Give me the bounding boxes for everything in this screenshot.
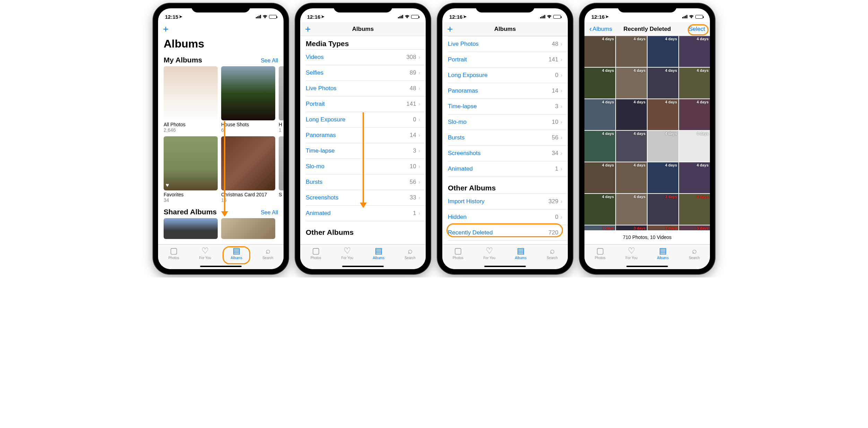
album-thumbnail[interactable] (164, 218, 218, 239)
list-row[interactable]: Slo-mo10› (448, 114, 568, 130)
list-row[interactable]: Animated1› (306, 206, 426, 221)
row-label: Slo-mo (306, 163, 324, 170)
photo-cell[interactable]: 4 days (648, 162, 678, 193)
list-row[interactable]: Live Photos48› (448, 36, 568, 52)
photo-cell[interactable]: 4 days (648, 68, 678, 99)
album-all-photos[interactable]: All Photos 2,646 (164, 66, 218, 133)
see-all-link[interactable]: See All (261, 58, 278, 64)
album-favorites[interactable]: ♥ Favorites 34 (164, 136, 218, 203)
list-row[interactable]: Live Photos48› (306, 81, 426, 96)
photo-cell[interactable]: 4 days (616, 194, 647, 225)
row-count: 34 (552, 150, 558, 157)
photo-cell[interactable]: 4 days (616, 162, 647, 193)
list-row[interactable]: Time-lapse3› (448, 99, 568, 114)
photo-cell[interactable]: 4 days (584, 36, 615, 67)
heart-icon: ♡ (628, 246, 635, 256)
photo-cell[interactable]: 3 days (648, 225, 678, 230)
tab-search[interactable]: ⌕Search (682, 246, 706, 269)
photo-cell[interactable]: 4 days (679, 99, 710, 130)
photo-cell[interactable]: 4 days (584, 131, 615, 162)
tab-search[interactable]: ⌕Search (540, 246, 564, 269)
photo-cell[interactable]: 4 days (648, 131, 678, 162)
row-label: Long Exposure (306, 116, 345, 123)
row-count: 14 (410, 132, 416, 139)
list-row[interactable]: Portrait141› (448, 52, 568, 68)
list-row[interactable]: Recently Deleted720› (448, 225, 568, 241)
photo-grid[interactable]: 4 days4 days4 days4 days4 days4 days4 da… (584, 36, 710, 230)
tab-photos[interactable]: ▢Photos (588, 246, 612, 269)
list-row[interactable]: Animated1› (448, 161, 568, 177)
shared-album-row[interactable] (158, 218, 284, 239)
album-partial[interactable]: S (279, 136, 284, 203)
tab-search[interactable]: ⌕Search (398, 246, 422, 269)
list-row[interactable]: Time-lapse3› (306, 143, 426, 159)
photo-cell[interactable]: 4 days (679, 68, 710, 99)
photo-cell[interactable]: 3 days (584, 225, 615, 230)
chevron-right-icon: › (418, 163, 420, 170)
photo-cell[interactable]: 4 days (616, 68, 647, 99)
list-row[interactable]: Screenshots34› (448, 146, 568, 161)
tab-photos[interactable]: ▢Photos (304, 246, 328, 269)
photo-cell[interactable]: 4 days (616, 131, 647, 162)
see-all-link[interactable]: See All (261, 209, 278, 216)
photo-cell[interactable]: 4 days (584, 194, 615, 225)
photo-cell[interactable]: 4 days (679, 162, 710, 193)
list-row[interactable]: Panoramas14› (306, 128, 426, 143)
row-count: 141 (548, 56, 558, 63)
home-indicator[interactable] (626, 266, 668, 267)
list-row[interactable]: Hidden0› (448, 209, 568, 225)
photo-cell[interactable]: 3 days (679, 225, 710, 230)
row-count: 0 (555, 214, 558, 221)
list-row[interactable]: Portrait141› (306, 96, 426, 112)
album-christmas[interactable]: Christmas Card 2017 16 (221, 136, 275, 203)
back-button[interactable]: ‹Albums (589, 25, 612, 34)
list-row[interactable]: Panoramas14› (448, 83, 568, 99)
photo-cell[interactable]: 4 days (616, 36, 647, 67)
tab-search[interactable]: ⌕Search (256, 246, 280, 269)
tab-photos[interactable]: ▢Photos (446, 246, 470, 269)
list-row[interactable]: Selfies89› (306, 65, 426, 81)
photo-cell[interactable]: 4 days (648, 99, 678, 130)
tab-photos[interactable]: ▢Photos (162, 246, 186, 269)
photos-icon: ▢ (454, 246, 462, 256)
add-button[interactable]: + (447, 24, 453, 34)
list-row[interactable]: Long Exposure0› (306, 112, 426, 128)
list-row[interactable]: Bursts56› (448, 130, 568, 146)
days-badge: 4 days (634, 68, 645, 72)
phone-frame-2: 12:16➤ + Albums Media Types Videos308›Se… (295, 3, 431, 274)
days-badge: 4 days (665, 100, 677, 104)
photo-cell[interactable]: 4 days (648, 36, 678, 67)
photo-cell[interactable]: 3 days (648, 194, 678, 225)
photo-cell[interactable]: 3 days (616, 225, 647, 230)
list-row[interactable]: Screenshots33› (306, 190, 426, 206)
photo-cell[interactable]: 4 days (584, 162, 615, 193)
home-indicator[interactable] (484, 266, 526, 267)
photo-cell[interactable]: 4 days (584, 99, 615, 130)
photo-cell[interactable]: 3 days (679, 194, 710, 225)
photo-cell[interactable]: 4 days (679, 36, 710, 67)
album-partial[interactable]: H 1 (279, 66, 284, 133)
photo-cell[interactable]: 4 days (616, 99, 647, 130)
list-row[interactable]: Videos308› (306, 49, 426, 65)
home-indicator[interactable] (200, 266, 242, 267)
album-thumbnail[interactable] (221, 218, 275, 239)
album-row-1[interactable]: All Photos 2,646 House Shots 6 H 1 (158, 66, 284, 133)
add-button[interactable]: + (305, 24, 311, 34)
select-button[interactable]: Select (689, 26, 705, 33)
home-indicator[interactable] (342, 266, 384, 267)
album-thumbnail (279, 66, 284, 120)
album-row-2[interactable]: ♥ Favorites 34 Christmas Card 2017 16 S (158, 136, 284, 203)
album-house-shots[interactable]: House Shots 6 (221, 66, 275, 133)
photo-cell[interactable]: 4 days (584, 68, 615, 99)
add-button[interactable]: + (163, 24, 168, 34)
list-row[interactable]: Slo-mo10› (306, 159, 426, 174)
cellular-icon (682, 15, 687, 18)
list-row[interactable]: Long Exposure0› (448, 68, 568, 83)
days-badge: 3 days (697, 226, 709, 230)
row-label: Animated (448, 165, 473, 172)
list-row[interactable]: Bursts56› (306, 174, 426, 190)
days-badge: 4 days (602, 37, 614, 41)
cellular-icon (540, 15, 545, 18)
photo-cell[interactable]: 4 days (679, 131, 710, 162)
list-row[interactable]: Import History329› (448, 194, 568, 209)
